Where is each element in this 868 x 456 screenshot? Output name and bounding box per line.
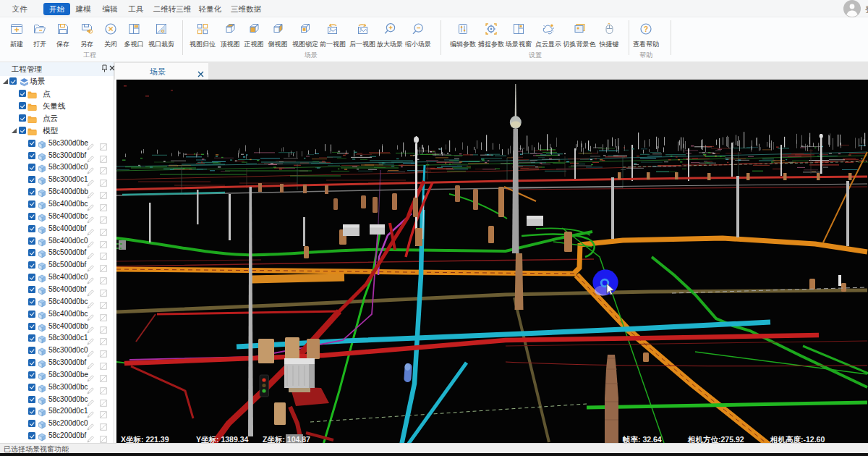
- svg-text:相机高度:-12.60: 相机高度:-12.60: [770, 435, 825, 443]
- svg-text:X坐标: 221.39: X坐标: 221.39: [121, 435, 169, 443]
- svg-text:Y坐标: 1389.34: Y坐标: 1389.34: [196, 435, 249, 443]
- svg-text:Z坐标: 104.87: Z坐标: 104.87: [263, 435, 310, 443]
- svg-text:相机方位:275.92: 相机方位:275.92: [687, 435, 744, 443]
- svg-text:帧率: 32.64: 帧率: 32.64: [622, 435, 662, 443]
- svg-text:?: ?: [644, 25, 648, 33]
